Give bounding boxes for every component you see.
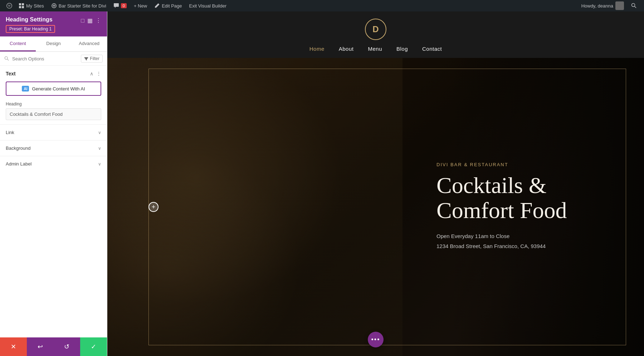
svg-rect-3: [22, 3, 24, 5]
comment-count: 0: [121, 3, 127, 8]
svg-rect-2: [19, 3, 21, 5]
heading-field-group: Heading: [0, 100, 107, 124]
link-section-header[interactable]: Link ∨: [0, 125, 107, 140]
preview-area: D Home About Menu Blog Contact + DIVI BA…: [107, 11, 644, 356]
user-avatar: [615, 1, 624, 10]
search-input[interactable]: [12, 56, 78, 61]
search-button[interactable]: [628, 0, 640, 11]
my-sites-label: My Sites: [26, 3, 44, 9]
hero-description: Open Everyday 11am to Close 1234 Broad S…: [436, 232, 615, 251]
cancel-button[interactable]: ✕: [0, 337, 27, 356]
save-button[interactable]: ✓: [80, 337, 107, 356]
svg-line-8: [635, 6, 636, 8]
hero-section: + DIVI BAR & RESTAURANT Cocktails & Comf…: [107, 58, 644, 356]
link-chevron-icon: ∨: [98, 130, 101, 135]
collapse-text-icon[interactable]: ∧: [90, 71, 93, 76]
filter-label: Filter: [90, 56, 99, 61]
background-section: Background ∨: [0, 140, 107, 156]
more-options-icon[interactable]: ⋮: [96, 17, 101, 24]
logo-text: D: [372, 24, 379, 34]
filter-icon: [84, 56, 88, 61]
svg-point-9: [5, 56, 8, 59]
redo-button[interactable]: ↺: [54, 337, 80, 356]
new-label: + New: [134, 3, 147, 9]
hero-content: DIVI BAR & RESTAURANT Cocktails & Comfor…: [436, 162, 615, 252]
preset-badge[interactable]: Preset: Bar Heading 1: [6, 25, 55, 33]
site-name-label: Bar Starter Site for Divi: [59, 3, 106, 9]
redo-icon: ↺: [64, 343, 69, 351]
sidebar: Heading Settings Preset: Bar Heading 1 □…: [0, 11, 107, 356]
link-section: Link ∨: [0, 124, 107, 140]
heading-field-label: Heading: [6, 102, 101, 107]
link-section-title: Link: [6, 130, 14, 135]
sidebar-bottom-bar: ✕ ↩ ↺ ✓: [0, 337, 107, 356]
sidebar-header-content: Heading Settings Preset: Bar Heading 1: [6, 16, 55, 33]
text-section-icons: ∧ ⋮: [90, 71, 101, 76]
svg-point-7: [632, 4, 635, 7]
hero-address: 1234 Broad Street, San Francisco, CA, 93…: [436, 242, 615, 251]
admin-label-chevron-icon: ∨: [98, 162, 101, 167]
filter-button[interactable]: Filter: [81, 55, 103, 63]
heading-input[interactable]: [6, 108, 101, 120]
nav-item-home[interactable]: Home: [309, 46, 325, 52]
svg-text:W: W: [8, 4, 11, 8]
comments-link[interactable]: 0: [110, 0, 130, 11]
new-content-button[interactable]: + New: [130, 0, 151, 11]
sidebar-header: Heading Settings Preset: Bar Heading 1 □…: [0, 11, 107, 36]
background-section-header[interactable]: Background ∨: [0, 140, 107, 156]
exit-builder-label: Exit Visual Builder: [189, 3, 227, 9]
fab-dots-icon: •••: [371, 336, 380, 343]
background-chevron-icon: ∨: [98, 146, 101, 151]
nav-item-about[interactable]: About: [339, 46, 354, 52]
columns-icon[interactable]: ▦: [87, 17, 93, 24]
hero-hours: Open Everyday 11am to Close: [436, 232, 615, 241]
main-layout: Heading Settings Preset: Bar Heading 1 □…: [0, 11, 644, 356]
svg-line-10: [7, 59, 9, 60]
plus-icon: +: [152, 203, 156, 211]
floating-action-button[interactable]: •••: [368, 332, 384, 347]
site-logo: D: [365, 19, 386, 40]
cancel-icon: ✕: [11, 343, 16, 351]
ai-icon: AI: [22, 86, 29, 92]
sidebar-search-bar: Filter: [0, 52, 107, 66]
nav-item-blog[interactable]: Blog: [396, 46, 408, 52]
minimize-icon[interactable]: □: [81, 18, 84, 24]
admin-label-section-header[interactable]: Admin Label ∨: [0, 156, 107, 172]
sidebar-header-icons: □ ▦ ⋮: [81, 17, 101, 24]
tab-content[interactable]: Content: [0, 36, 36, 51]
wp-logo[interactable]: W: [4, 0, 15, 11]
svg-rect-4: [19, 6, 21, 8]
text-section-more-icon[interactable]: ⋮: [96, 71, 101, 76]
hero-title: Cocktails & Comfort Food: [436, 173, 615, 223]
nav-item-menu[interactable]: Menu: [368, 46, 382, 52]
ai-button-label: Generate Content With AI: [32, 86, 85, 92]
sidebar-tabs: Content Design Advanced: [0, 36, 107, 52]
text-section-title: Text: [6, 71, 16, 76]
nav-links: Home About Menu Blog Contact: [309, 46, 442, 52]
undo-icon: ↩: [38, 343, 43, 351]
user-menu[interactable]: Howdy, deanna: [578, 1, 628, 10]
admin-label-section: Admin Label ∨: [0, 156, 107, 172]
sidebar-content: Text ∧ ⋮ AI Generate Content With AI Hea…: [0, 66, 107, 337]
svg-rect-5: [22, 6, 24, 8]
ai-generate-button[interactable]: AI Generate Content With AI: [6, 81, 101, 96]
add-element-button[interactable]: +: [148, 202, 158, 212]
edit-page-label: Edit Page: [162, 3, 182, 9]
text-section-header[interactable]: Text ∧ ⋮: [0, 66, 107, 80]
save-icon: ✓: [91, 343, 96, 351]
site-name-link[interactable]: Bar Starter Site for Divi: [48, 0, 110, 11]
sidebar-title: Heading Settings: [6, 16, 55, 23]
admin-label-section-title: Admin Label: [6, 161, 31, 167]
howdy-label: Howdy, deanna: [581, 3, 613, 9]
wp-admin-bar: W My Sites Bar Starter Site for Divi 0 +…: [0, 0, 644, 11]
undo-button[interactable]: ↩: [27, 337, 54, 356]
my-sites-menu[interactable]: My Sites: [15, 0, 48, 11]
exit-builder-button[interactable]: Exit Visual Builder: [186, 0, 230, 11]
tab-design[interactable]: Design: [36, 36, 72, 51]
site-nav: D Home About Menu Blog Contact: [107, 11, 644, 58]
background-section-title: Background: [6, 145, 30, 151]
edit-page-link[interactable]: Edit Page: [151, 0, 185, 11]
search-icon: [4, 56, 9, 61]
nav-item-contact[interactable]: Contact: [422, 46, 442, 52]
tab-advanced[interactable]: Advanced: [71, 36, 107, 51]
